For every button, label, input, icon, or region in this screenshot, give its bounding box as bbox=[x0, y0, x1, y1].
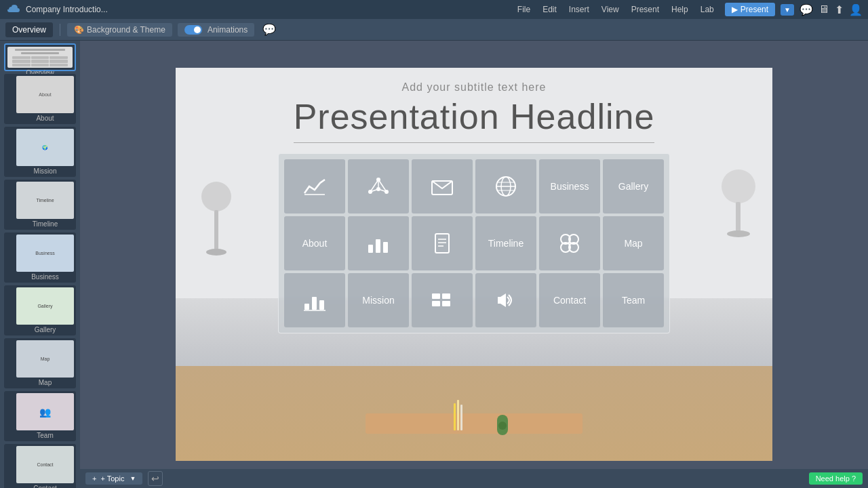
slide-thumb-1[interactable]: 1 About About bbox=[4, 74, 76, 124]
svg-point-5 bbox=[727, 230, 750, 237]
slide-label-6: Map bbox=[16, 379, 74, 386]
menu-edit[interactable]: Edit bbox=[537, 3, 562, 16]
menu-help[interactable]: Help bbox=[666, 3, 694, 16]
gallery-label: Gallery bbox=[618, 181, 648, 192]
grid-cell-barchart[interactable] bbox=[348, 216, 409, 270]
circles-icon bbox=[556, 230, 583, 257]
monitor-icon[interactable]: 🖥 bbox=[818, 3, 829, 16]
grid-cell-speaker[interactable] bbox=[475, 273, 536, 327]
user-icon[interactable]: 👤 bbox=[849, 3, 863, 16]
grid-cell-contact[interactable]: Contact bbox=[539, 273, 600, 327]
grid-cell-team[interactable]: Team bbox=[603, 273, 664, 327]
present-button[interactable]: ▶ Present bbox=[725, 3, 775, 16]
svg-rect-1 bbox=[214, 210, 218, 251]
canvas-area: Add your subtitle text here Presentation… bbox=[80, 41, 868, 488]
grid-cell-globe[interactable] bbox=[475, 159, 536, 214]
bottom-bar: + + Topic ▼ ↩ Need help ? bbox=[80, 469, 868, 488]
comment-icon[interactable]: 💬 bbox=[800, 3, 813, 16]
grid-cell-mission[interactable]: Mission bbox=[348, 273, 409, 327]
svg-rect-41 bbox=[498, 297, 500, 304]
tab-overview[interactable]: Overview bbox=[5, 22, 53, 37]
slide-subtitle: Add your subtitle text here bbox=[402, 81, 547, 94]
slide-label-2: Mission bbox=[16, 167, 74, 175]
animations-button[interactable]: Animations bbox=[178, 23, 254, 37]
map-label: Map bbox=[624, 238, 642, 249]
slide-label-1: About bbox=[16, 115, 74, 122]
menu-lab[interactable]: Lab bbox=[695, 3, 719, 16]
toolbar-divider bbox=[60, 24, 60, 36]
grid-cell-chart[interactable] bbox=[284, 159, 345, 214]
slide-thumb-4[interactable]: 4 Business Business bbox=[4, 232, 76, 283]
table-icon bbox=[429, 287, 456, 314]
grid-cell-map[interactable]: Map bbox=[603, 216, 664, 270]
slide-label-7: Team bbox=[16, 432, 74, 439]
svg-rect-21 bbox=[368, 245, 373, 253]
svg-point-0 bbox=[201, 182, 231, 211]
back-button[interactable]: ↩ bbox=[148, 471, 163, 486]
lamp-left bbox=[196, 176, 237, 258]
sidebar: Overview 1 About About 2 🌍 Mission 3 Tim… bbox=[0, 41, 80, 488]
add-topic-button[interactable]: + + Topic ▼ bbox=[85, 472, 142, 485]
grid-cell-network[interactable] bbox=[348, 159, 409, 214]
menu-view[interactable]: View bbox=[596, 3, 625, 16]
document-icon bbox=[429, 230, 456, 257]
slide-thumb-3[interactable]: 3 Timeline Timeline bbox=[4, 180, 76, 230]
svg-rect-38 bbox=[432, 301, 440, 306]
slide-thumb-7[interactable]: 7 👥 Team bbox=[4, 391, 76, 441]
play-icon: ▶ bbox=[732, 5, 738, 14]
grid-cell-business[interactable]: Business bbox=[539, 159, 600, 214]
grid-cell-about[interactable]: About bbox=[284, 216, 345, 270]
grid-panel: Business Gallery About bbox=[278, 153, 670, 333]
svg-rect-32 bbox=[304, 304, 309, 310]
svg-rect-33 bbox=[312, 297, 317, 310]
svg-rect-22 bbox=[376, 239, 380, 253]
svg-rect-37 bbox=[442, 293, 450, 299]
menu-file[interactable]: File bbox=[512, 3, 536, 16]
slide-thumb-overview[interactable]: Overview bbox=[4, 43, 76, 71]
slide-label-5: Gallery bbox=[16, 326, 74, 333]
speaker-icon bbox=[492, 287, 519, 314]
need-help-button[interactable]: Need help ? bbox=[809, 472, 863, 485]
lamp-right bbox=[711, 169, 759, 237]
slide: Add your subtitle text here Presentation… bbox=[176, 68, 772, 461]
business-label: Business bbox=[551, 181, 589, 192]
grid-cell-doc[interactable] bbox=[412, 216, 473, 270]
menu-insert[interactable]: Insert bbox=[564, 3, 595, 16]
mission-label: Mission bbox=[362, 295, 394, 306]
slide-label-8: Contact bbox=[16, 485, 74, 488]
top-bar: Company Introductio... File Edit Insert … bbox=[0, 0, 868, 19]
bg-theme-button[interactable]: 🎨 Background & Theme bbox=[67, 23, 172, 37]
menu-present[interactable]: Present bbox=[626, 3, 665, 16]
menu-bar: File Edit Insert View Present Help Lab bbox=[512, 3, 719, 16]
grid-cell-gallery[interactable]: Gallery bbox=[603, 159, 664, 214]
bar-chart-icon bbox=[365, 230, 392, 257]
grid-cell-timeline[interactable]: Timeline bbox=[475, 216, 536, 270]
mail-icon bbox=[429, 173, 456, 200]
slide-thumb-8[interactable]: 8 Contact Contact bbox=[4, 444, 76, 488]
slide-thumb-5[interactable]: 5 Gallery Gallery bbox=[4, 285, 76, 336]
slide-label-4: Business bbox=[16, 273, 74, 281]
grid-cell-mail[interactable] bbox=[412, 159, 473, 214]
share-icon[interactable]: ⬆ bbox=[835, 3, 844, 16]
present-dropdown[interactable]: ▼ bbox=[781, 4, 794, 16]
bar-chart2-icon bbox=[301, 287, 328, 314]
comment-bubble-icon[interactable]: 💬 bbox=[262, 23, 276, 36]
team-label: Team bbox=[622, 295, 645, 306]
svg-rect-23 bbox=[383, 242, 388, 253]
toggle-icon bbox=[184, 25, 202, 35]
svg-rect-36 bbox=[432, 293, 440, 299]
app-title: Company Introductio... bbox=[26, 5, 507, 14]
grid-cell-barchart2[interactable] bbox=[284, 273, 345, 327]
line-chart-icon bbox=[301, 173, 328, 200]
slide-thumb-6[interactable]: 6 Map Map bbox=[4, 338, 76, 388]
pencils bbox=[454, 400, 462, 430]
grid-cell-table[interactable] bbox=[412, 273, 473, 327]
toolbar: Overview 🎨 Background & Theme Animations… bbox=[0, 19, 868, 41]
svg-rect-24 bbox=[435, 234, 449, 253]
app-logo bbox=[5, 2, 20, 17]
top-actions: ▶ Present ▼ 💬 🖥 ⬆ 👤 bbox=[725, 3, 863, 16]
slide-headline: Presentation Headline bbox=[294, 96, 655, 143]
slide-thumb-2[interactable]: 2 🌍 Mission bbox=[4, 127, 76, 177]
grid-cell-circles[interactable] bbox=[539, 216, 600, 270]
palette-icon: 🎨 bbox=[74, 25, 84, 35]
